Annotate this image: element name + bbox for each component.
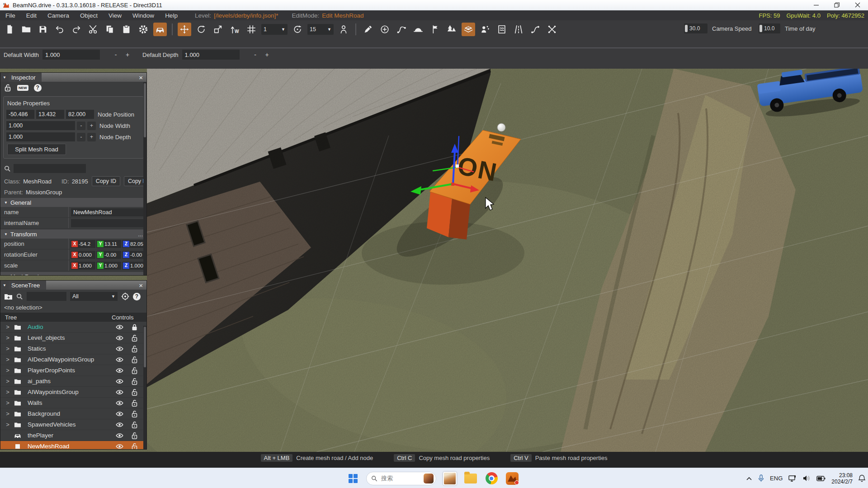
- node-position-z-input[interactable]: [66, 110, 94, 119]
- slider-knob[interactable]: [685, 25, 688, 32]
- default-width-minus-button[interactable]: -: [112, 51, 120, 58]
- lock-icon[interactable]: [131, 378, 138, 385]
- visibility-eye-icon[interactable]: [116, 367, 123, 374]
- visibility-eye-icon[interactable]: [116, 432, 123, 439]
- default-width-input[interactable]: [42, 50, 100, 60]
- menu-item-help[interactable]: Help: [160, 12, 183, 19]
- gizmo-center-handle[interactable]: [451, 183, 454, 186]
- slider-knob[interactable]: [760, 25, 762, 32]
- open-folder-button[interactable]: [19, 23, 33, 36]
- gizmo-center-handle[interactable]: [456, 164, 459, 168]
- taskbar-search[interactable]: [366, 472, 436, 485]
- name-field-input[interactable]: [71, 208, 144, 216]
- lock-icon[interactable]: [131, 334, 138, 342]
- node-width-minus-button[interactable]: -: [77, 122, 85, 130]
- visibility-eye-icon[interactable]: [116, 334, 123, 342]
- grid-snap-button[interactable]: [245, 23, 258, 36]
- minimize-button[interactable]: [806, 0, 826, 10]
- visibility-eye-icon[interactable]: [116, 324, 123, 331]
- collapse-triangle-icon[interactable]: ▼: [0, 281, 9, 290]
- search-highlight-image[interactable]: [424, 474, 434, 483]
- time-of-day-slider[interactable]: 10.0: [759, 23, 780, 33]
- visibility-eye-icon[interactable]: [116, 356, 123, 363]
- road-tool-button[interactable]: [512, 23, 525, 36]
- add-node-button[interactable]: [378, 23, 392, 36]
- expand-chevron-icon[interactable]: >: [4, 399, 11, 406]
- network-display-icon[interactable]: [788, 475, 797, 482]
- redo-button[interactable]: [70, 23, 83, 36]
- tree-row-level_objects[interactable]: > Level_objects: [0, 333, 146, 343]
- paste-button[interactable]: [120, 23, 133, 36]
- taskbar-search-input[interactable]: [380, 474, 418, 482]
- rotation-y-cell[interactable]: Y-0.00: [96, 251, 121, 259]
- tree-row-statics[interactable]: > Statics: [0, 343, 146, 354]
- rotate-angle-dropdown[interactable]: 15 ▼: [307, 24, 334, 35]
- menu-item-object[interactable]: Object: [75, 12, 103, 19]
- expand-chevron-icon[interactable]: >: [4, 356, 11, 363]
- default-depth-minus-button[interactable]: -: [251, 51, 259, 58]
- taskbar-clock[interactable]: 23:08 2024/2/7: [831, 472, 853, 485]
- taskbar-app-chrome[interactable]: [484, 471, 499, 486]
- taskbar-app-photos[interactable]: [443, 471, 457, 486]
- rotate-snap-button[interactable]: [291, 23, 304, 36]
- position-x-cell[interactable]: X-54.2: [71, 240, 95, 248]
- cut-button[interactable]: [86, 23, 100, 36]
- microphone-icon[interactable]: [758, 474, 764, 482]
- default-width-plus-button[interactable]: +: [123, 51, 132, 58]
- lock-icon[interactable]: [131, 356, 138, 363]
- visibility-eye-icon[interactable]: [116, 443, 123, 450]
- visibility-eye-icon[interactable]: [116, 410, 123, 418]
- menu-item-edit[interactable]: Edit: [21, 12, 42, 19]
- lock-open-icon[interactable]: [4, 84, 12, 92]
- lock-icon[interactable]: [131, 432, 138, 439]
- settings-button[interactable]: [137, 23, 150, 36]
- close-button[interactable]: [847, 0, 868, 10]
- scale-y-cell[interactable]: Y1.000: [96, 262, 121, 270]
- close-icon[interactable]: ×: [137, 281, 145, 290]
- taskbar-app-explorer[interactable]: [463, 471, 478, 486]
- inspector-search-input[interactable]: [14, 164, 86, 173]
- battery-icon[interactable]: [816, 476, 826, 481]
- node-position-x-input[interactable]: [6, 110, 34, 119]
- tree-row-aidecalwaypointsgroup[interactable]: > AIDecalWaypointsGroup: [0, 354, 146, 365]
- scrollbar-thumb[interactable]: [144, 83, 146, 137]
- move-tool-button[interactable]: [178, 23, 191, 36]
- save-button[interactable]: [36, 23, 50, 36]
- scenetree-search-input[interactable]: [27, 292, 66, 301]
- expand-chevron-icon[interactable]: >: [4, 367, 11, 374]
- copy-id-button[interactable]: Copy ID: [92, 176, 120, 186]
- editmode-value[interactable]: Edit MeshRoad: [322, 12, 363, 19]
- sign-tool-button[interactable]: [428, 23, 442, 36]
- default-depth-input[interactable]: [182, 50, 240, 60]
- player-drop-button[interactable]: [337, 23, 350, 36]
- decal-tool-button[interactable]: [478, 23, 492, 36]
- speaker-icon[interactable]: [803, 475, 811, 482]
- camera-speed-control[interactable]: 30.0 Camera Speed: [684, 23, 751, 33]
- tree-row-background[interactable]: > Background: [0, 408, 146, 419]
- collapse-triangle-icon[interactable]: ▼: [4, 275, 8, 276]
- node-depth-input[interactable]: [6, 132, 75, 141]
- tree-row-aiwaypointsgroup[interactable]: > AIWaypointsGroup: [0, 387, 146, 398]
- notification-bell-icon[interactable]: [859, 474, 865, 482]
- help-icon[interactable]: ?: [34, 84, 42, 92]
- visibility-eye-icon[interactable]: [116, 399, 123, 407]
- scrollbar-thumb[interactable]: [144, 327, 146, 367]
- lock-icon[interactable]: [131, 443, 138, 450]
- node-depth-minus-button[interactable]: -: [77, 133, 85, 141]
- draw-pencil-button[interactable]: [361, 23, 375, 36]
- tray-chevron-up-icon[interactable]: [746, 476, 752, 481]
- new-badge-icon[interactable]: NEW: [17, 85, 28, 91]
- close-icon[interactable]: ×: [137, 73, 145, 82]
- node-width-input[interactable]: [6, 121, 75, 130]
- language-indicator[interactable]: ENG: [770, 475, 783, 482]
- transform-section-header[interactable]: ▼ Transform ...: [0, 230, 146, 239]
- default-depth-plus-button[interactable]: +: [263, 51, 271, 58]
- expand-chevron-icon[interactable]: >: [4, 410, 11, 417]
- expand-chevron-icon[interactable]: >: [4, 421, 11, 428]
- lock-icon[interactable]: [131, 421, 138, 428]
- river-tool-button[interactable]: [495, 23, 509, 36]
- new-file-button[interactable]: [3, 23, 16, 36]
- mesh-road-tool-button[interactable]: [462, 23, 475, 36]
- filter-dropdown[interactable]: All ▼: [70, 292, 118, 301]
- scenetree-scrollbar[interactable]: [143, 326, 146, 449]
